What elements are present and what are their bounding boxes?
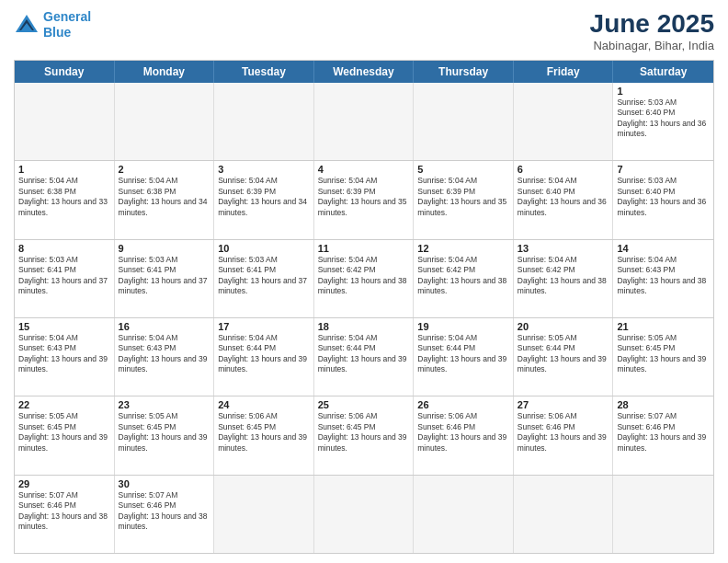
cell-sunrise: Sunrise: 5:04 AM xyxy=(417,333,509,343)
calendar-cell xyxy=(15,83,115,160)
calendar-cell: 22Sunrise: 5:05 AMSunset: 6:45 PMDayligh… xyxy=(15,396,115,474)
cell-daylight: Daylight: 13 hours and 38 minutes. xyxy=(417,276,509,297)
cell-daylight: Daylight: 13 hours and 39 minutes. xyxy=(18,432,110,454)
cell-daylight: Daylight: 13 hours and 38 minutes. xyxy=(617,276,710,297)
header-day-tuesday: Tuesday xyxy=(214,61,314,83)
cell-sunrise: Sunrise: 5:05 AM xyxy=(617,333,710,343)
calendar-cell xyxy=(314,83,415,160)
cell-daylight: Daylight: 13 hours and 39 minutes. xyxy=(417,354,509,375)
cell-daylight: Daylight: 13 hours and 39 minutes. xyxy=(119,432,210,454)
calendar: SundayMondayTuesdayWednesdayThursdayFrid… xyxy=(14,60,714,554)
day-number: 11 xyxy=(318,243,410,254)
calendar-cell: 18Sunrise: 5:04 AMSunset: 6:44 PMDayligh… xyxy=(314,318,415,396)
cell-sunset: Sunset: 6:44 PM xyxy=(518,343,609,353)
cell-sunrise: Sunrise: 5:04 AM xyxy=(18,176,110,186)
cell-daylight: Daylight: 13 hours and 34 minutes. xyxy=(119,197,210,218)
calendar-cell: 28Sunrise: 5:07 AMSunset: 6:46 PMDayligh… xyxy=(613,396,713,474)
cell-daylight: Daylight: 13 hours and 39 minutes. xyxy=(218,354,310,375)
day-number: 4 xyxy=(318,164,410,175)
header-day-thursday: Thursday xyxy=(414,61,514,83)
day-number: 12 xyxy=(417,243,509,254)
calendar-cell: 3Sunrise: 5:04 AMSunset: 6:39 PMDaylight… xyxy=(214,161,314,238)
day-number: 16 xyxy=(119,321,210,332)
cell-sunset: Sunset: 6:44 PM xyxy=(218,343,310,353)
cell-sunset: Sunset: 6:39 PM xyxy=(318,187,410,197)
day-number: 5 xyxy=(417,164,509,175)
title-block: June 2025 Nabinagar, Bihar, India xyxy=(590,9,714,52)
calendar-cell: 27Sunrise: 5:06 AMSunset: 6:46 PMDayligh… xyxy=(514,396,614,474)
calendar-cell: 7Sunrise: 5:03 AMSunset: 6:40 PMDaylight… xyxy=(613,161,713,238)
cell-sunset: Sunset: 6:41 PM xyxy=(119,265,210,275)
header-day-saturday: Saturday xyxy=(613,61,713,83)
day-number: 28 xyxy=(617,399,710,410)
calendar-cell: 20Sunrise: 5:05 AMSunset: 6:44 PMDayligh… xyxy=(514,318,614,396)
calendar-cell: 23Sunrise: 5:05 AMSunset: 6:45 PMDayligh… xyxy=(115,396,215,474)
cell-sunset: Sunset: 6:42 PM xyxy=(318,265,410,275)
cell-daylight: Daylight: 13 hours and 36 minutes. xyxy=(617,197,710,218)
cell-daylight: Daylight: 13 hours and 39 minutes. xyxy=(417,432,509,454)
cell-sunset: Sunset: 6:45 PM xyxy=(617,343,710,353)
main-title: June 2025 xyxy=(590,9,714,39)
cell-daylight: Daylight: 13 hours and 38 minutes. xyxy=(18,511,110,533)
calendar-cell: 1Sunrise: 5:03 AMSunset: 6:40 PMDaylight… xyxy=(613,83,713,160)
cell-sunrise: Sunrise: 5:06 AM xyxy=(318,411,410,421)
day-number: 21 xyxy=(617,321,710,332)
cell-sunrise: Sunrise: 5:04 AM xyxy=(417,176,509,186)
calendar-cell xyxy=(514,83,614,160)
calendar-cell xyxy=(613,476,713,553)
calendar-cell: 11Sunrise: 5:04 AMSunset: 6:42 PMDayligh… xyxy=(314,240,415,317)
cell-sunset: Sunset: 6:40 PM xyxy=(518,187,609,197)
calendar-cell: 12Sunrise: 5:04 AMSunset: 6:42 PMDayligh… xyxy=(414,240,514,317)
day-number: 22 xyxy=(18,399,110,410)
cell-sunrise: Sunrise: 5:07 AM xyxy=(119,490,210,500)
calendar-cell: 26Sunrise: 5:06 AMSunset: 6:46 PMDayligh… xyxy=(414,396,514,474)
calendar-body: 1Sunrise: 5:03 AMSunset: 6:40 PMDaylight… xyxy=(15,83,713,553)
cell-daylight: Daylight: 13 hours and 35 minutes. xyxy=(318,197,410,218)
cell-daylight: Daylight: 13 hours and 38 minutes. xyxy=(318,276,410,297)
cell-daylight: Daylight: 13 hours and 35 minutes. xyxy=(417,197,509,218)
calendar-row-4: 22Sunrise: 5:05 AMSunset: 6:45 PMDayligh… xyxy=(15,396,713,474)
day-number: 25 xyxy=(318,399,410,410)
cell-sunrise: Sunrise: 5:04 AM xyxy=(119,176,210,186)
page: General Blue June 2025 Nabinagar, Bihar,… xyxy=(0,0,728,563)
cell-sunset: Sunset: 6:43 PM xyxy=(18,343,110,353)
cell-sunset: Sunset: 6:45 PM xyxy=(318,422,410,432)
cell-daylight: Daylight: 13 hours and 38 minutes. xyxy=(119,511,210,533)
cell-sunrise: Sunrise: 5:04 AM xyxy=(119,333,210,343)
cell-sunset: Sunset: 6:41 PM xyxy=(18,265,110,275)
day-number: 9 xyxy=(119,243,210,254)
calendar-cell xyxy=(414,476,514,553)
logo-line2: Blue xyxy=(43,25,71,40)
cell-sunrise: Sunrise: 5:04 AM xyxy=(318,176,410,186)
cell-sunset: Sunset: 6:44 PM xyxy=(318,343,410,353)
cell-sunset: Sunset: 6:46 PM xyxy=(617,422,710,432)
day-number: 27 xyxy=(518,399,609,410)
calendar-cell: 14Sunrise: 5:04 AMSunset: 6:43 PMDayligh… xyxy=(613,240,713,317)
calendar-cell: 13Sunrise: 5:04 AMSunset: 6:42 PMDayligh… xyxy=(514,240,614,317)
calendar-cell: 5Sunrise: 5:04 AMSunset: 6:39 PMDaylight… xyxy=(414,161,514,238)
cell-sunrise: Sunrise: 5:03 AM xyxy=(218,255,310,265)
cell-sunrise: Sunrise: 5:07 AM xyxy=(617,411,710,421)
cell-daylight: Daylight: 13 hours and 36 minutes. xyxy=(617,119,710,140)
cell-sunrise: Sunrise: 5:03 AM xyxy=(617,176,710,186)
calendar-cell: 4Sunrise: 5:04 AMSunset: 6:39 PMDaylight… xyxy=(314,161,415,238)
logo: General Blue xyxy=(14,9,91,40)
day-number: 10 xyxy=(218,243,310,254)
calendar-cell: 25Sunrise: 5:06 AMSunset: 6:45 PMDayligh… xyxy=(314,396,415,474)
cell-sunrise: Sunrise: 5:04 AM xyxy=(518,255,609,265)
cell-sunrise: Sunrise: 5:07 AM xyxy=(18,490,110,500)
calendar-cell xyxy=(214,476,314,553)
cell-sunrise: Sunrise: 5:04 AM xyxy=(218,333,310,343)
cell-sunrise: Sunrise: 5:05 AM xyxy=(119,411,210,421)
day-number: 26 xyxy=(417,399,509,410)
cell-sunrise: Sunrise: 5:03 AM xyxy=(18,255,110,265)
day-number: 15 xyxy=(18,321,110,332)
calendar-row-0: 1Sunrise: 5:03 AMSunset: 6:40 PMDaylight… xyxy=(15,83,713,160)
calendar-cell xyxy=(214,83,314,160)
cell-sunset: Sunset: 6:45 PM xyxy=(119,422,210,432)
day-number: 23 xyxy=(119,399,210,410)
header-day-wednesday: Wednesday xyxy=(314,61,415,83)
cell-sunset: Sunset: 6:46 PM xyxy=(518,422,609,432)
cell-daylight: Daylight: 13 hours and 39 minutes. xyxy=(617,432,710,454)
header: General Blue June 2025 Nabinagar, Bihar,… xyxy=(14,9,714,52)
